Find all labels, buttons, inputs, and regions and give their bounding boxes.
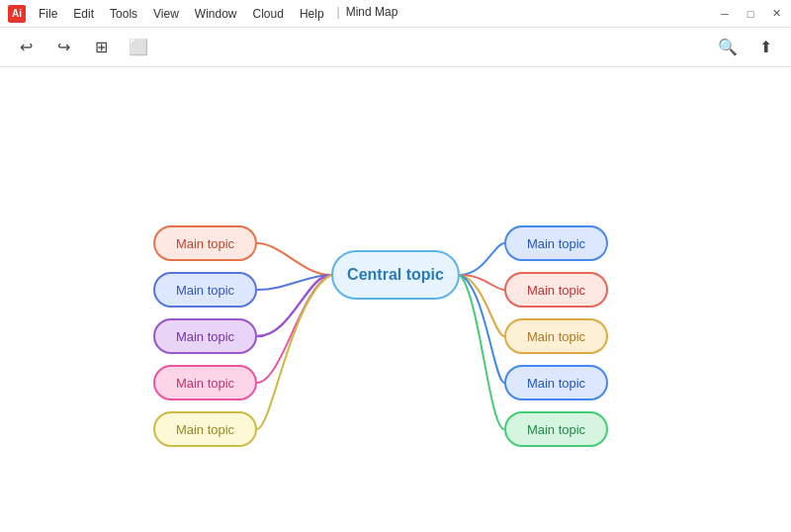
right-node-2[interactable]: Main topic [504,272,608,308]
close-button[interactable]: ✕ [769,7,783,21]
title-bar: Ai File Edit Tools View Window Cloud Hel… [0,0,791,28]
menu-view[interactable]: View [146,5,186,23]
menu-edit[interactable]: Edit [66,5,101,23]
mindmap-connections [0,67,791,532]
menu-cloud[interactable]: Cloud [246,5,291,23]
mindmap-canvas: Central topic Main topic Main topic Main… [0,67,791,532]
menu-tools[interactable]: Tools [103,5,144,23]
left-node-1[interactable]: Main topic [153,225,257,261]
redo-button[interactable]: ↪ [49,34,77,61]
central-topic-node[interactable]: Central topic [331,250,460,300]
toolbar-right: 🔍 ⬆ [714,34,779,61]
maximize-button[interactable]: □ [744,7,757,21]
toolbar: ↩ ↪ ⊞ ⬜ 🔍 ⬆ [0,28,791,67]
adobe-icon: Ai [8,5,26,23]
title-bar-left: Ai File Edit Tools View Window Cloud Hel… [8,5,397,23]
menu-separator: | [337,5,340,23]
frame-button[interactable]: ⬜ [125,34,152,61]
left-node-2[interactable]: Main topic [153,272,257,308]
share-button[interactable]: ⬆ [751,34,779,61]
app-name-label: Mind Map [346,5,398,23]
right-node-3[interactable]: Main topic [504,318,608,354]
right-node-1[interactable]: Main topic [504,225,608,261]
left-node-5[interactable]: Main topic [153,411,257,447]
minimize-button[interactable]: ─ [718,7,732,21]
menu-bar: File Edit Tools View Window Cloud Help |… [32,5,397,23]
menu-window[interactable]: Window [188,5,244,23]
search-button[interactable]: 🔍 [714,34,742,61]
menu-file[interactable]: File [32,5,64,23]
title-bar-right: ─ □ ✕ [718,7,783,21]
left-node-3[interactable]: Main topic [153,318,257,354]
left-node-4[interactable]: Main topic [153,365,257,400]
right-node-5[interactable]: Main topic [504,411,608,447]
undo-button[interactable]: ↩ [12,34,40,61]
insert-button[interactable]: ⊞ [87,34,115,61]
right-node-4[interactable]: Main topic [504,365,608,400]
menu-help[interactable]: Help [293,5,331,23]
